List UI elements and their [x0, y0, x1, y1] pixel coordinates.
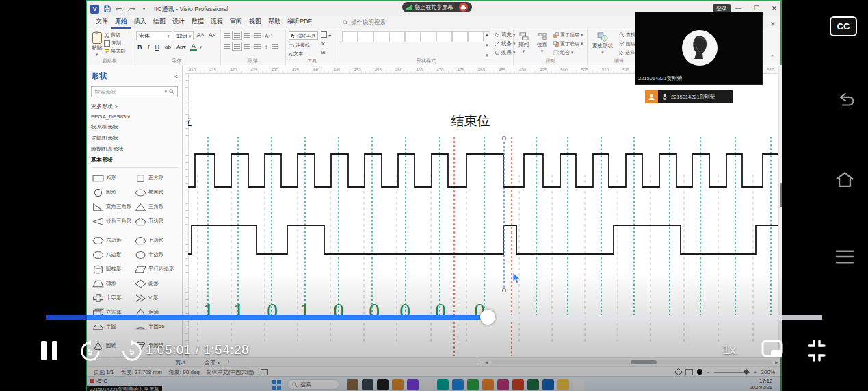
- horizontal-scroll-thumb[interactable]: [631, 360, 657, 364]
- menu-tab[interactable]: 福昕PDF: [284, 16, 315, 29]
- stencil-item[interactable]: 基本形状: [91, 156, 178, 164]
- taskbar-app-icon[interactable]: [467, 379, 479, 390]
- connector-tool-button[interactable]: 连接线: [289, 42, 318, 49]
- stencil-item[interactable]: 状态机形状: [91, 123, 178, 131]
- taskbar-app-icon[interactable]: [497, 379, 509, 390]
- status-page[interactable]: 页面 1/1: [94, 368, 114, 376]
- save-icon[interactable]: [103, 5, 111, 14]
- taskbar-app-icon[interactable]: [482, 379, 494, 390]
- pane-close-icon[interactable]: ✕: [770, 21, 776, 27]
- italic-button[interactable]: I: [146, 44, 151, 51]
- shape-item[interactable]: 六边形: [92, 235, 135, 246]
- shape-item[interactable]: V 形: [135, 292, 177, 303]
- indent-icon[interactable]: [272, 44, 278, 49]
- zoom-slider-handle[interactable]: [744, 368, 749, 374]
- text-tool-button[interactable]: A文本: [289, 51, 318, 58]
- redo-icon[interactable]: [127, 5, 136, 14]
- taskbar-clock[interactable]: 17:12 2024/2/21: [750, 378, 772, 390]
- grow-font-button[interactable]: A˄: [195, 31, 205, 40]
- arrange-button[interactable]: 排列▾: [516, 31, 531, 58]
- undo-icon[interactable]: [115, 5, 124, 14]
- change-case-button[interactable]: Aa▾: [175, 44, 187, 50]
- fit-window-icon[interactable]: [685, 369, 693, 375]
- pointer-tool-button[interactable]: 指针工具: [289, 31, 318, 40]
- shape-item[interactable]: 锐角三角形: [92, 216, 135, 227]
- shape-item[interactable]: 正方形: [135, 173, 177, 184]
- fit-page-icon[interactable]: [675, 368, 683, 375]
- shape-item[interactable]: 平行四边形: [135, 264, 177, 275]
- menu-tab[interactable]: 审阅: [226, 16, 246, 29]
- shape-item[interactable]: 三角形: [135, 201, 177, 212]
- change-shape-button[interactable]: 更改形状▾: [590, 31, 615, 58]
- shape-item[interactable]: 五边形: [135, 216, 177, 227]
- shape-item[interactable]: 半圆: [92, 321, 135, 332]
- shapes-search-box[interactable]: 搜索形状 ▾: [91, 86, 178, 97]
- crop-tool-button[interactable]: ⊞: [321, 49, 331, 55]
- menu-tab[interactable]: 插入: [131, 16, 150, 29]
- presentation-mode-icon[interactable]: [261, 369, 268, 375]
- zoom-out-dot-icon[interactable]: [697, 369, 702, 375]
- weather-widget[interactable]: -5°C: [90, 378, 107, 384]
- cloud-app-icon[interactable]: [459, 3, 468, 12]
- taskbar-app-icon[interactable]: [452, 379, 464, 390]
- progress-buffered[interactable]: [46, 315, 87, 320]
- stencil-item[interactable]: 绘制图表形状: [91, 145, 178, 153]
- bold-button[interactable]: B: [136, 44, 144, 51]
- shape-item[interactable]: 椭圆形: [135, 187, 177, 198]
- align-top-icon[interactable]: [224, 33, 230, 38]
- shape-item[interactable]: 圆柱形: [92, 264, 135, 275]
- menu-tab[interactable]: 流程: [207, 16, 226, 29]
- playback-speed-button[interactable]: 1x: [722, 342, 736, 357]
- shape-style-gallery[interactable]: [342, 31, 482, 58]
- splitter-grip-icon[interactable]: ⋮: [478, 359, 484, 365]
- align-middle-icon[interactable]: [234, 33, 240, 38]
- menu-tab[interactable]: 开始: [111, 16, 131, 29]
- underline-button[interactable]: U: [154, 44, 161, 51]
- stencil-item[interactable]: 逻辑图形状: [91, 134, 178, 142]
- zoom-minus[interactable]: −: [707, 369, 710, 375]
- menu-tab[interactable]: 帮助: [265, 16, 284, 29]
- send-to-back-button[interactable]: 置于底层▾: [553, 40, 583, 47]
- menu-icon[interactable]: [835, 249, 854, 265]
- shape-item[interactable]: 矩形: [92, 173, 135, 184]
- font-size-combo[interactable]: 12pt▾: [174, 31, 194, 40]
- gallery-scroll[interactable]: ▲▼▼: [484, 31, 490, 58]
- cc-button[interactable]: CC: [830, 16, 857, 36]
- text-direction-icon[interactable]: A↵: [265, 33, 273, 39]
- line-spacing-icon[interactable]: ↕: [265, 44, 267, 50]
- home-icon[interactable]: [834, 170, 855, 190]
- strikethrough-button[interactable]: ab: [163, 44, 172, 50]
- zoom-slider[interactable]: [714, 372, 750, 373]
- search-icon[interactable]: [169, 89, 174, 94]
- align-center-icon[interactable]: [234, 44, 240, 49]
- pip-button[interactable]: [761, 338, 785, 362]
- line-button[interactable]: 线条▾: [495, 40, 516, 47]
- taskbar-search[interactable]: 搜索: [287, 379, 339, 390]
- shape-item[interactable]: 菱形: [135, 278, 177, 289]
- shape-item[interactable]: 七边形: [135, 235, 177, 246]
- shape-item[interactable]: 梯形: [92, 278, 135, 289]
- chevron-down-icon[interactable]: ▾: [164, 89, 167, 94]
- close-button[interactable]: ✕: [772, 3, 777, 13]
- group-button[interactable]: 组合▾: [553, 49, 583, 56]
- align-right-icon[interactable]: [244, 44, 250, 49]
- freeform-tool-button[interactable]: ✕: [321, 41, 331, 47]
- shape-item[interactable]: 十字形: [92, 292, 135, 303]
- start-button[interactable]: [272, 380, 282, 390]
- taskbar-app-icon[interactable]: [377, 379, 389, 390]
- taskbar-app-icon[interactable]: [422, 379, 434, 390]
- menu-tab[interactable]: 数据: [188, 16, 207, 29]
- progress-handle[interactable]: [480, 310, 495, 325]
- font-color-button[interactable]: A: [190, 43, 197, 51]
- scroll-left-icon[interactable]: ◀: [485, 360, 488, 364]
- shrink-font-button[interactable]: A˅: [207, 31, 218, 40]
- stencil-item[interactable]: 更多形状 >: [91, 103, 178, 110]
- progress-track[interactable]: [495, 315, 822, 320]
- add-page-button[interactable]: +: [227, 359, 231, 365]
- taskbar-app-icon[interactable]: [437, 379, 449, 390]
- taskbar-app-icon[interactable]: [392, 379, 404, 390]
- shape-item[interactable]: 直角三角形: [92, 201, 135, 212]
- shape-item[interactable]: 十边形: [135, 249, 177, 260]
- shape-item[interactable]: 半圆56: [135, 321, 177, 332]
- panel-collapse-icon[interactable]: <: [174, 73, 178, 80]
